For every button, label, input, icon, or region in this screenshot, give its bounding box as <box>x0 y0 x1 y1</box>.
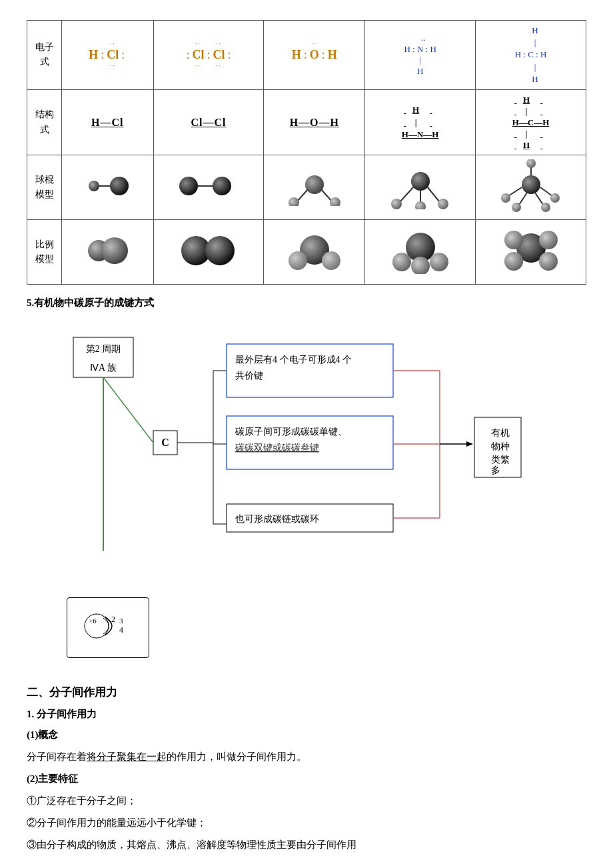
cell-ch4-proportion <box>476 220 586 285</box>
table-row-struct: 结构式 H—Cl Cl—Cl H—O—H H | H—N—H H <box>27 89 586 155</box>
svg-point-9 <box>289 197 299 206</box>
row-label-struct: 结构式 <box>27 89 62 155</box>
carbon-atom-container: +6 2 3 4 <box>67 597 149 658</box>
svg-point-15 <box>391 199 402 209</box>
cell-hcl-proportion <box>62 220 154 285</box>
h-letter: H <box>89 48 98 62</box>
cell-ch4-ballstick <box>476 155 586 220</box>
nh3-struct-formula: H | H—N—H <box>402 104 439 141</box>
svg-point-0 <box>89 181 99 191</box>
svg-text:最外层有4 个电子可形成4 个: 最外层有4 个电子可形成4 个 <box>235 355 352 365</box>
cl2-ballstick-svg <box>175 173 242 199</box>
nh3-proportion-svg <box>387 227 454 274</box>
svg-point-42 <box>539 231 558 249</box>
svg-line-21 <box>540 187 552 196</box>
svg-point-6 <box>305 175 324 194</box>
svg-line-12 <box>400 187 414 201</box>
hcl-electron-formula: H : ·· Cl ·· : <box>89 40 126 70</box>
svg-text:第2 周期: 第2 周期 <box>86 344 121 354</box>
svg-point-16 <box>415 201 426 209</box>
section5-title: 5.有机物中碳原子的成键方式 <box>27 297 586 309</box>
svg-point-24 <box>526 159 536 168</box>
section2-feat3: ③由分子构成的物质，其熔点、沸点、溶解度等物理性质主要由分子间作用 <box>27 836 586 854</box>
section2-p1: 分子间存在着将分子聚集在一起的作用力，叫做分子间作用力。 <box>27 748 586 766</box>
svg-line-22 <box>519 193 527 205</box>
cl2-atom: ·· Cl ·· <box>213 40 225 70</box>
svg-line-23 <box>535 193 543 205</box>
svg-line-14 <box>427 187 439 201</box>
svg-point-43 <box>504 252 523 271</box>
svg-point-44 <box>539 252 558 271</box>
cell-h2o-ballstick <box>264 155 365 220</box>
cell-nh3-electron: .. H : N : H | H <box>365 21 476 90</box>
row-label-proportion: 比例模型 <box>27 220 62 285</box>
row-label-electron: 电子式 <box>27 21 62 90</box>
section2-sub1-title: 1. 分子间作用力 <box>27 708 586 721</box>
svg-text:也可形成碳链或碳环: 也可形成碳链或碳环 <box>235 514 319 524</box>
ch4-ballstick-svg <box>498 159 564 213</box>
ch4-struct-formula: H | H—C—H | H <box>512 95 550 151</box>
h2o-proportion-svg <box>285 227 344 274</box>
section2-underline: 将分子聚集在一起 <box>87 751 167 762</box>
cell-nh3-proportion <box>365 220 476 285</box>
cl2-proportion-svg <box>179 231 239 271</box>
svg-text:碳碳双键或碳碳叁键: 碳碳双键或碳碳叁键 <box>235 443 319 453</box>
svg-point-10 <box>330 197 340 206</box>
cell-h2o-proportion <box>264 220 365 285</box>
cell-hcl-struct: H—Cl <box>62 89 154 155</box>
svg-point-39 <box>430 253 448 271</box>
hcl-proportion-svg <box>84 231 131 271</box>
svg-point-32 <box>205 236 235 265</box>
svg-point-27 <box>512 203 521 212</box>
cell-nh3-ballstick <box>365 155 476 220</box>
svg-marker-69 <box>466 441 473 447</box>
nh3-electron-formula: .. H : N : H | H <box>404 33 436 78</box>
nh3-ballstick-svg <box>387 163 454 209</box>
row-label-ballstick: 球棍模型 <box>27 155 62 220</box>
cell-cl2-proportion <box>153 220 264 285</box>
svg-text:类繁: 类繁 <box>491 455 510 465</box>
cell-cl2-ballstick <box>153 155 264 220</box>
svg-point-25 <box>501 193 510 203</box>
svg-line-20 <box>508 187 522 196</box>
svg-text:2: 2 <box>111 615 115 624</box>
svg-line-7 <box>298 189 308 201</box>
carbon-atom-box: +6 2 3 4 <box>67 597 149 658</box>
svg-point-18 <box>522 175 540 194</box>
svg-text:C: C <box>161 437 169 448</box>
svg-line-75 <box>103 377 153 443</box>
hcl-struct-formula: H—Cl <box>91 117 123 128</box>
section5: 5.有机物中碳原子的成键方式 第2 周期 ⅣA 族 C 最外层有4 个电子可形成… <box>27 297 586 671</box>
svg-text:共价键: 共价键 <box>235 371 263 381</box>
section5-diagram: 第2 周期 ⅣA 族 C 最外层有4 个电子可形成4 个 共价键 碳原子间可形成… <box>67 317 546 584</box>
svg-point-17 <box>438 199 448 209</box>
svg-point-41 <box>504 231 523 249</box>
table-row-ballstick: 球棍模型 <box>27 155 586 220</box>
carbon-atom-svg: +6 2 3 4 <box>78 605 138 648</box>
svg-text:有机: 有机 <box>491 428 510 438</box>
svg-text:物种: 物种 <box>491 441 510 451</box>
section2-title: 二、分子间作用力 <box>27 685 586 700</box>
svg-text:+6: +6 <box>89 617 97 625</box>
h2o-electron-formula: H : ·· O : H <box>292 40 337 70</box>
svg-point-11 <box>411 172 430 191</box>
cell-ch4-electron: H | H : C : H | H <box>476 21 586 90</box>
cell-hcl-ballstick <box>62 155 154 220</box>
chemistry-table: 电子式 H : ·· Cl ·· : <box>27 20 586 285</box>
cell-cl2-electron: : ·· Cl ·· : ·· Cl ·· : <box>153 21 264 90</box>
svg-point-28 <box>541 203 550 212</box>
hcl-ballstick-svg <box>81 173 134 199</box>
cell-nh3-struct: H | H—N—H <box>365 89 476 155</box>
svg-point-35 <box>322 251 340 270</box>
svg-point-2 <box>110 177 129 195</box>
section2-label1: (1)概念 <box>27 726 586 744</box>
section2-feat2: ②分子间作用力的能量远远小于化学键； <box>27 814 586 832</box>
svg-text:4: 4 <box>119 625 123 635</box>
svg-text:多: 多 <box>491 465 500 475</box>
ch4-electron-formula: H | H : C : H | H <box>515 25 547 85</box>
ch4-proportion-svg <box>498 224 564 277</box>
table-row-proportion: 比例模型 <box>27 220 586 285</box>
svg-text:ⅣA 族: ⅣA 族 <box>90 363 117 373</box>
cell-h2o-struct: H—O—H <box>264 89 365 155</box>
h2o-struct-formula: H—O—H <box>290 117 339 128</box>
